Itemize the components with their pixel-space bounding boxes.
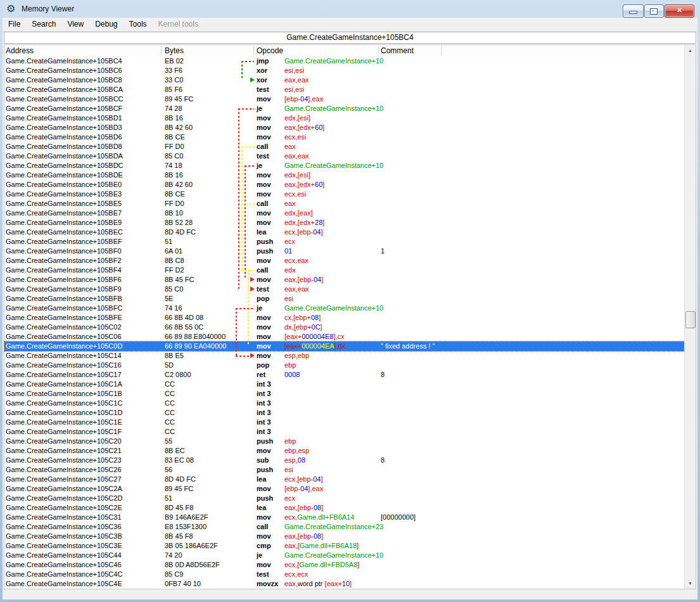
bytes-cell: 3B 05 186A6E2F xyxy=(165,542,218,549)
disasm-row[interactable]: Game.CreateGameInstance+105C1DCCint 3 xyxy=(4,408,685,418)
disasm-row[interactable]: Game.CreateGameInstance+105C36E8 153F130… xyxy=(4,522,685,532)
disasm-row-selected[interactable]: Game.CreateGameInstance+105C0D66 89 90 E… xyxy=(4,342,685,351)
disasm-row[interactable]: Game.CreateGameInstance+105BDA85 C0teste… xyxy=(4,151,685,161)
opcode-cell: pop xyxy=(257,295,269,302)
disasm-row[interactable]: Game.CreateGameInstance+105C0266 8B 55 0… xyxy=(4,323,685,332)
minimize-button[interactable] xyxy=(623,4,644,18)
disasm-row[interactable]: Game.CreateGameInstance+105BC633 F6xores… xyxy=(4,66,685,75)
address-cell: Game.CreateGameInstance+105BCF xyxy=(6,105,122,112)
menu-view[interactable]: View xyxy=(61,18,89,29)
disasm-row[interactable]: Game.CreateGameInstance+105BF28B C8movec… xyxy=(4,256,685,266)
disasm-row[interactable]: Game.CreateGameInstance+105BE38B CEmovec… xyxy=(4,189,685,199)
disasm-row[interactable]: Game.CreateGameInstance+105C218B ECmoveb… xyxy=(4,446,685,456)
menu-file[interactable]: File xyxy=(3,18,26,29)
disasm-row[interactable]: Game.CreateGameInstance+105BFC74 16jeGam… xyxy=(4,304,685,313)
disasm-row[interactable]: Game.CreateGameInstance+105C0666 89 88 E… xyxy=(4,332,685,342)
disasm-row[interactable]: Game.CreateGameInstance+105C31B9 146A6E2… xyxy=(4,513,685,522)
scrollbar-thumb[interactable] xyxy=(685,311,696,328)
opcode-cell: mov xyxy=(257,95,271,103)
vertical-scrollbar[interactable]: ▲ ▼ xyxy=(684,45,696,589)
disasm-row[interactable]: Game.CreateGameInstance+105C2E8D 45 F8le… xyxy=(4,503,685,513)
disasm-row[interactable]: Game.CreateGameInstance+105BE98B 52 28mo… xyxy=(4,218,685,227)
disasm-row[interactable]: Game.CreateGameInstance+105BF68B 45 FCmo… xyxy=(4,275,685,285)
address-cell: Game.CreateGameInstance+105C3B xyxy=(6,532,122,540)
disasm-row[interactable]: Game.CreateGameInstance+105BC4EB 02jmpGa… xyxy=(4,56,685,66)
close-button[interactable]: ✕ xyxy=(665,4,694,18)
disasm-row[interactable]: Game.CreateGameInstance+105C4C85 C9teste… xyxy=(4,570,685,579)
disasm-row[interactable]: Game.CreateGameInstance+105BDC74 18jeGam… xyxy=(4,161,685,170)
address-cell: Game.CreateGameInstance+105C31 xyxy=(6,513,122,521)
disasm-row[interactable]: Game.CreateGameInstance+105C3E3B 05 186A… xyxy=(4,541,685,551)
column-separator[interactable] xyxy=(441,46,442,55)
disasm-row[interactable]: Game.CreateGameInstance+105BE08B 42 60mo… xyxy=(4,180,685,189)
disasm-row[interactable]: Game.CreateGameInstance+105C2055pushebp xyxy=(4,437,685,446)
address-cell: Game.CreateGameInstance+105BD3 xyxy=(6,124,122,131)
column-header-address[interactable]: Address xyxy=(6,46,34,55)
address-cell: Game.CreateGameInstance+105C14 xyxy=(6,352,122,359)
disasm-row[interactable]: Game.CreateGameInstance+105C3B8B 45 F8mo… xyxy=(4,532,685,541)
disasm-row[interactable]: Game.CreateGameInstance+105C1CCCint 3 xyxy=(4,399,685,408)
bytes-cell: 6A 01 xyxy=(165,247,182,255)
disasm-row[interactable]: Game.CreateGameInstance+105C1BCCint 3 xyxy=(4,389,685,399)
disasm-row[interactable]: Game.CreateGameInstance+105BF985 C0teste… xyxy=(4,285,685,294)
disasm-row[interactable]: Game.CreateGameInstance+105C165Dpopebp xyxy=(4,361,685,370)
disasm-row[interactable]: Game.CreateGameInstance+105C4E0FB7 40 10… xyxy=(4,579,685,589)
disasm-row[interactable]: Game.CreateGameInstance+105BE5FF D0calle… xyxy=(4,199,685,208)
disasm-row[interactable]: Game.CreateGameInstance+105C2D51pushecx xyxy=(4,494,685,503)
disasm-row[interactable]: Game.CreateGameInstance+105BC833 C0xorea… xyxy=(4,75,685,85)
scroll-down-arrow-icon[interactable]: ▼ xyxy=(685,578,696,589)
disasm-row[interactable]: Game.CreateGameInstance+105BF4FF D2calle… xyxy=(4,266,685,275)
column-header-opcode[interactable]: Opcode xyxy=(257,46,283,55)
disasm-row[interactable]: Game.CreateGameInstance+105BD38B 42 60mo… xyxy=(4,123,685,132)
column-separator[interactable] xyxy=(161,46,162,55)
disasm-row[interactable]: Game.CreateGameInstance+105BD68B CEmovec… xyxy=(4,132,685,142)
address-cell: Game.CreateGameInstance+105BF2 xyxy=(6,257,122,264)
address-bar[interactable]: Game.CreateGameInstance+105BC4 xyxy=(4,32,696,44)
maximize-button[interactable] xyxy=(644,4,664,18)
column-separator[interactable] xyxy=(253,46,254,55)
menu-search[interactable]: Search xyxy=(26,18,61,29)
disasm-row[interactable]: Game.CreateGameInstance+105C17C2 0800ret… xyxy=(4,370,685,380)
disasm-row[interactable]: Game.CreateGameInstance+105BD18B 16moved… xyxy=(4,113,685,123)
operand-cell: eax,[ebp-08] xyxy=(284,532,323,540)
disasm-row[interactable]: Game.CreateGameInstance+105C1ACCint 3 xyxy=(4,380,685,389)
address-cell: Game.CreateGameInstance+105C26 xyxy=(6,466,122,473)
disasm-row[interactable]: Game.CreateGameInstance+105BF06A 01push0… xyxy=(4,247,685,256)
disasm-row[interactable]: Game.CreateGameInstance+105BFB5Epopesi xyxy=(4,294,685,304)
disasm-row[interactable]: Game.CreateGameInstance+105BEF51pushecx xyxy=(4,237,685,247)
disasm-row[interactable]: Game.CreateGameInstance+105C2656pushesi xyxy=(4,465,685,475)
disasm-row[interactable]: Game.CreateGameInstance+105BEC8D 4D FCle… xyxy=(4,227,685,237)
address-cell: Game.CreateGameInstance+105C2D xyxy=(6,494,122,502)
address-cell: Game.CreateGameInstance+105BFE xyxy=(6,314,122,321)
address-cell: Game.CreateGameInstance+105BC8 xyxy=(6,76,122,84)
disasm-row[interactable]: Game.CreateGameInstance+105C278D 4D FCle… xyxy=(4,475,685,484)
menu-debug[interactable]: Debug xyxy=(89,18,123,29)
bytes-cell: EB 02 xyxy=(165,57,184,65)
disasm-row[interactable]: Game.CreateGameInstance+105C1ECCint 3 xyxy=(4,418,685,427)
disasm-row[interactable]: Game.CreateGameInstance+105C4474 20jeGam… xyxy=(4,551,685,560)
address-cell: Game.CreateGameInstance+105C1A xyxy=(6,380,122,388)
operand-cell: ecx,Game.dll+FB6A14 xyxy=(284,513,354,521)
disasm-row[interactable]: Game.CreateGameInstance+105BFE66 8B 4D 0… xyxy=(4,313,685,323)
disasm-row[interactable]: Game.CreateGameInstance+105C2A89 45 FCmo… xyxy=(4,484,685,494)
disasm-row[interactable]: Game.CreateGameInstance+105C148B E5moves… xyxy=(4,351,685,361)
disasm-row[interactable]: Game.CreateGameInstance+105C1FCCint 3 xyxy=(4,427,685,437)
disasm-row[interactable]: Game.CreateGameInstance+105C468B 0D A8D5… xyxy=(4,560,685,570)
column-header-bytes[interactable]: Bytes xyxy=(165,46,184,55)
disasm-row[interactable]: Game.CreateGameInstance+105BCF74 28jeGam… xyxy=(4,104,685,113)
column-separator[interactable] xyxy=(378,46,379,55)
column-header-comment[interactable]: Comment xyxy=(381,46,414,55)
disasm-row[interactable]: Game.CreateGameInstance+105BCA85 F6teste… xyxy=(4,85,685,94)
disasm-row[interactable]: Game.CreateGameInstance+105BE78B 10moved… xyxy=(4,208,685,218)
bytes-cell: 66 89 88 E8040000 xyxy=(165,333,226,340)
disasm-row[interactable]: Game.CreateGameInstance+105C2383 EC 08su… xyxy=(4,456,685,465)
opcode-cell: push xyxy=(257,437,273,445)
address-cell: Game.CreateGameInstance+105C3E xyxy=(6,542,122,549)
disasm-row[interactable]: Game.CreateGameInstance+105BCC89 45 FCmo… xyxy=(4,94,685,104)
disasm-row[interactable]: Game.CreateGameInstance+105BDE8B 16moved… xyxy=(4,170,685,180)
menu-tools[interactable]: Tools xyxy=(124,18,153,29)
disasm-row[interactable]: Game.CreateGameInstance+105BD8FF D0calle… xyxy=(4,142,685,151)
bytes-cell: 8B 45 FC xyxy=(165,276,194,283)
scroll-up-arrow-icon[interactable]: ▲ xyxy=(685,45,696,56)
bytes-cell: 85 C0 xyxy=(165,285,183,293)
